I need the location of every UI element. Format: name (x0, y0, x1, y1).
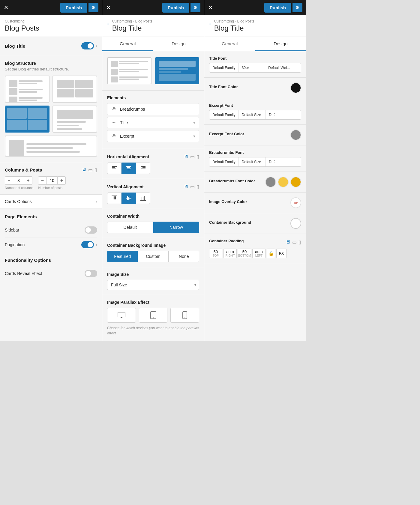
panel-header-3: ‹ Customizing › Blog Posts Blog Title (204, 15, 306, 37)
sidebar-row: Sidebar (5, 223, 97, 238)
parallax-desktop-btn[interactable] (107, 308, 136, 323)
title-color-swatch[interactable] (290, 82, 301, 93)
cw-narrow-btn[interactable]: Narrow (153, 222, 200, 233)
align-left-btn[interactable] (107, 163, 122, 174)
title-label: Title (120, 120, 190, 125)
settings-button-1[interactable]: ⚙ (88, 3, 98, 12)
panel-3: ✕ Publish ⚙ ‹ Customizing › Blog Posts B… (204, 0, 306, 341)
pagination-arrow: › (96, 242, 97, 247)
topbar-2: ✕ Publish ⚙ (102, 0, 204, 15)
element-breadcrumbs[interactable]: 👁 Breadcrumbs (107, 103, 199, 115)
overlay-color-swatch[interactable] (290, 197, 301, 208)
tablet-icon-vert[interactable]: ▭ (190, 184, 195, 190)
spinners: − 3 + Number of columns − 10 + Number of… (5, 176, 97, 190)
blog-title-row: Blog Title › (5, 42, 97, 49)
svg-rect-26 (120, 318, 123, 318)
tablet-icon-padding[interactable]: ▭ (292, 239, 297, 245)
tab-design-2[interactable]: Design (153, 37, 204, 51)
cards-reveal-toggle[interactable] (85, 270, 97, 277)
close-button-2[interactable]: ✕ (106, 4, 111, 10)
publish-button-1[interactable]: Publish (60, 3, 87, 13)
columns-minus[interactable]: − (5, 176, 13, 185)
sidebar-toggle[interactable] (85, 226, 97, 234)
container-bg-section: Container Background (204, 213, 306, 234)
pagination-toggle[interactable] (81, 241, 94, 248)
desktop-icon-horiz[interactable]: 🖥 (184, 154, 188, 160)
close-button-1[interactable]: ✕ (4, 4, 9, 10)
posts-plus[interactable]: + (57, 176, 66, 185)
blog-structure-sublabel: Set the Blog entries default structure. (5, 67, 97, 71)
padding-right-input[interactable]: auto RIGHT (224, 249, 237, 258)
publish-button-2[interactable]: Publish (162, 3, 189, 13)
columns-plus[interactable]: + (24, 176, 32, 185)
desktop-icon-vert[interactable]: 🖥 (184, 184, 188, 190)
page-title-3: Blog Title (214, 24, 254, 32)
padding-left-input[interactable]: auto LEFT (252, 249, 266, 258)
posts-value: 10 (46, 176, 57, 185)
cw-default-btn[interactable]: Default (107, 222, 153, 233)
layout-preview-2[interactable] (155, 57, 200, 84)
padding-top-input[interactable]: 50 TOP (209, 249, 222, 258)
blog-title-toggle[interactable] (81, 42, 94, 49)
tab-general-3[interactable]: General (204, 37, 255, 51)
close-button-3[interactable]: ✕ (208, 4, 213, 10)
cards-options-item[interactable]: Cards Options › (0, 195, 102, 209)
desktop-icon-1[interactable]: 🖥 (82, 167, 86, 173)
tab-design-3[interactable]: Design (255, 37, 306, 51)
svg-rect-3 (112, 170, 114, 170)
tabs-2: General Design (102, 37, 204, 51)
container-bg-swatch[interactable] (290, 218, 301, 229)
svg-rect-9 (142, 167, 146, 168)
publish-button-3[interactable]: Publish (264, 3, 291, 13)
desktop-icon-padding[interactable]: 🖥 (286, 239, 290, 245)
breadcrumbs-swatch-2[interactable] (278, 177, 289, 187)
structure-card-1[interactable] (5, 76, 50, 103)
parallax-mobile-btn[interactable] (170, 308, 199, 323)
element-excerpt[interactable]: 👁 Excerpt ▾ (107, 130, 199, 142)
vert-middle-btn[interactable] (122, 193, 136, 204)
structure-card-3[interactable] (5, 106, 50, 133)
bg-featured-btn[interactable]: Featured (107, 251, 138, 262)
excerpt-label: Excerpt (120, 134, 190, 139)
mobile-icon-1[interactable]: ▯ (94, 167, 97, 173)
align-right-btn[interactable] (136, 163, 150, 174)
mobile-icon-horiz[interactable]: ▯ (196, 154, 199, 160)
image-size-select[interactable]: Full Size Large Medium Thumbnail (107, 280, 199, 290)
posts-minus[interactable]: − (38, 176, 46, 185)
publish-area-3: Publish ⚙ (264, 3, 302, 13)
element-title[interactable]: ✒ Title ▾ (107, 117, 199, 128)
structure-card-5[interactable] (5, 136, 97, 157)
mobile-icon-padding[interactable]: ▯ (298, 239, 301, 245)
vert-top-btn[interactable] (107, 193, 122, 204)
back-button-3[interactable]: ‹ (209, 20, 211, 26)
title-font-label: Title Font (209, 56, 301, 61)
excerpt-color-swatch[interactable] (290, 130, 301, 140)
settings-button-2[interactable]: ⚙ (190, 3, 200, 12)
padding-lock-btn[interactable]: 🔒 (267, 249, 275, 258)
structure-card-4[interactable] (52, 106, 97, 133)
bg-custom-btn[interactable]: Custom (138, 251, 168, 262)
breadcrumbs-swatch-3[interactable] (290, 177, 301, 187)
back-button-2[interactable]: ‹ (107, 20, 109, 26)
cards-options-label: Cards Options (5, 199, 32, 204)
tablet-icon-1[interactable]: ▭ (88, 167, 93, 173)
layout-preview-1[interactable] (107, 57, 152, 84)
vert-bottom-btn[interactable] (136, 193, 150, 204)
parallax-tablet-btn[interactable] (139, 308, 168, 323)
edit-icon-title: ✒ (111, 120, 117, 125)
settings-button-3[interactable]: ⚙ (292, 3, 302, 12)
breadcrumb-3: Customizing › Blog Posts (214, 19, 254, 23)
align-center-btn[interactable] (122, 163, 136, 174)
svg-rect-17 (127, 196, 128, 200)
title-font-row[interactable]: Default Family 30px Default Wei... ··· (209, 63, 301, 73)
excerpt-font-row[interactable]: Default Family Default Size Defa... ··· (209, 110, 301, 120)
structure-card-2[interactable] (52, 76, 97, 103)
tablet-icon-horiz[interactable]: ▭ (190, 154, 195, 160)
padding-bottom-input[interactable]: 50 BOTTOM (238, 249, 251, 258)
mobile-icon-vert[interactable]: ▯ (196, 184, 199, 190)
bg-none-btn[interactable]: None (169, 251, 199, 262)
blog-structure-section: Blog Structure Set the Blog entries defa… (0, 55, 102, 162)
breadcrumbs-swatch-1[interactable] (265, 177, 276, 187)
tab-general-2[interactable]: General (102, 37, 153, 51)
breadcrumbs-font-row[interactable]: Default Family Default Size Defa... ··· (209, 157, 301, 167)
